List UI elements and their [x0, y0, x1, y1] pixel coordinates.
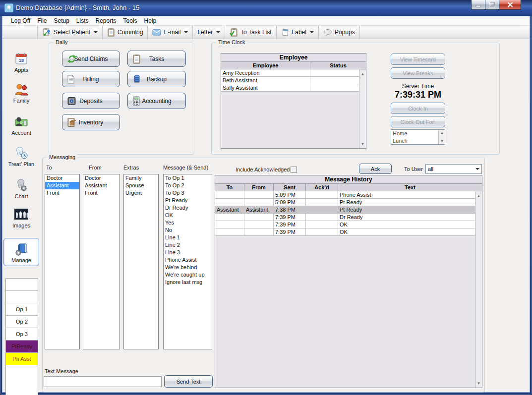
message-history-row[interactable]: 7:39 PM OK [215, 221, 475, 228]
maximize-button[interactable] [485, 0, 499, 10]
select-patient-button[interactable]: Select Patient [37, 26, 103, 39]
employee-row[interactable]: Amy Reception [221, 69, 359, 77]
column-header-from[interactable]: From [244, 184, 274, 191]
message-list-item[interactable]: Pt Ready [164, 197, 212, 204]
to-list-item[interactable]: Front [45, 189, 79, 197]
extras-list-item[interactable]: Spouse [124, 182, 158, 189]
column-header-employee[interactable]: Employee [221, 62, 310, 69]
scroll-up-icon[interactable]: ▲ [475, 193, 482, 199]
clock-out-options-scrollbar[interactable]: ▲ ▼ [438, 130, 445, 144]
include-acknowledged-checkbox[interactable] [291, 167, 297, 173]
message-history-row[interactable]: 5:09 PM Pt Ready [215, 199, 475, 206]
operatory-cell[interactable] [6, 291, 38, 303]
extras-list-item[interactable]: Urgent [124, 189, 158, 197]
message-list-item[interactable]: To Op 1 [164, 174, 212, 182]
from-list-item[interactable]: Front [83, 189, 119, 197]
send-text-button[interactable]: Send Text [164, 375, 213, 388]
message-list-item[interactable]: To Op 2 [164, 182, 212, 189]
extras-listbox[interactable]: FamilySpouseUrgent [123, 174, 159, 349]
to-list-item[interactable]: Assistant [45, 182, 79, 189]
column-header-sent[interactable]: Sent [274, 184, 306, 191]
menu-item[interactable]: Reports [92, 17, 120, 25]
employee-row[interactable]: Beth Assistant [221, 77, 359, 84]
message-list-item[interactable]: Ignore last msg [164, 279, 212, 286]
email-button[interactable]: E-mail [148, 26, 193, 39]
sidebar-item-manage[interactable]: Manage [3, 238, 39, 266]
operatory-cell[interactable] [6, 279, 38, 291]
operatory-cell[interactable]: Ph Asst [6, 353, 38, 365]
text-message-input[interactable] [44, 376, 162, 387]
column-header-to[interactable]: To [215, 184, 244, 191]
scroll-down-icon[interactable]: ▼ [475, 380, 482, 387]
menu-item[interactable]: Tools [120, 17, 141, 25]
message-history-row[interactable]: 7:39 PM Dr Ready [215, 214, 475, 221]
message-list-item[interactable]: Yes [164, 219, 212, 226]
sidebar-item-appts[interactable]: 18 Appts [4, 52, 39, 73]
extras-list-item[interactable]: Family [124, 174, 158, 182]
scroll-down-icon[interactable]: ▼ [439, 138, 445, 144]
operatory-cell[interactable]: Op 3 [6, 328, 38, 340]
menu-item[interactable]: Lists [73, 17, 92, 25]
employee-grid-scrollbar[interactable]: ▲ ▼ [359, 70, 366, 148]
from-list-item[interactable]: Doctor [83, 174, 119, 182]
sidebar-item-family[interactable]: Family [4, 83, 39, 104]
operatory-cell[interactable]: Op 2 [6, 316, 38, 328]
message-history-scrollbar[interactable]: ▲ ▼ [475, 192, 482, 388]
clock-out-option[interactable]: Lunch [391, 137, 445, 145]
to-user-dropdown[interactable]: all [425, 164, 482, 174]
message-listbox[interactable]: To Op 1To Op 2To Op 3Pt ReadyDr ReadyOKY… [163, 174, 212, 349]
view-timecard-button[interactable]: View Timecard [391, 54, 445, 65]
select-patient-dropdown-arrow[interactable] [94, 31, 98, 33]
sidebar-item-images[interactable]: Images [4, 208, 39, 228]
label-button[interactable]: Label [277, 26, 319, 39]
letter-dropdown-arrow[interactable] [216, 31, 220, 33]
message-list-item[interactable]: We're caught up [164, 271, 212, 279]
message-list-item[interactable]: Line 3 [164, 249, 212, 256]
ack-button[interactable]: Ack [359, 164, 392, 174]
clock-out-option[interactable]: Home [391, 130, 445, 137]
email-dropdown-arrow[interactable] [184, 31, 188, 33]
operatory-cell[interactable]: Op 1 [6, 303, 38, 316]
message-history-row[interactable]: 5:09 PM Phone Assist [215, 191, 475, 199]
operatory-cell[interactable]: PtReady [6, 340, 38, 353]
menu-item[interactable]: Setup [50, 17, 72, 25]
message-list-item[interactable]: We're behind [164, 264, 212, 271]
backup-button[interactable]: Backup [127, 71, 186, 87]
sidebar-item-chart[interactable]: Chart [4, 178, 39, 199]
column-header-ackd[interactable]: Ack'd [306, 184, 338, 191]
column-header-text[interactable]: Text [338, 184, 482, 191]
minimize-button[interactable] [471, 0, 485, 10]
close-button[interactable] [499, 0, 521, 10]
message-list-item[interactable]: Line 1 [164, 234, 212, 241]
sidebar-item-treatplan[interactable]: Treat' Plan [4, 146, 39, 167]
clock-in-button[interactable]: Clock In [391, 103, 445, 114]
message-list-item[interactable]: OK [164, 212, 212, 219]
message-history-row[interactable]: 7:39 PM OK [215, 228, 475, 236]
scroll-up-icon[interactable]: ▲ [439, 130, 445, 136]
employee-row[interactable]: Sally Assistant [221, 84, 359, 92]
message-history-row[interactable]: Assistant Assistant 7:38 PM Pt Ready [215, 206, 475, 214]
billing-button[interactable]: Billing [62, 71, 120, 87]
menu-item[interactable]: Help [141, 17, 160, 25]
deposits-button[interactable]: Deposits [62, 93, 120, 109]
letter-button[interactable]: Letter [193, 26, 225, 39]
popups-button[interactable]: Popups [319, 26, 360, 39]
send-claims-button[interactable]: Send Claims [62, 51, 120, 67]
clock-out-options-list[interactable]: HomeLunch ▲ ▼ [391, 129, 445, 145]
sidebar-item-account[interactable]: Account [4, 115, 39, 136]
scroll-down-icon[interactable]: ▼ [359, 141, 366, 147]
column-header-status[interactable]: Status [310, 62, 366, 69]
menu-item[interactable]: Log Off [7, 17, 34, 25]
view-breaks-button[interactable]: View Breaks [391, 67, 445, 79]
scroll-up-icon[interactable]: ▲ [359, 71, 366, 77]
menu-item[interactable]: File [34, 17, 50, 25]
titlebar[interactable]: Demo Database {Admin} - Smith, John - 15 [0, 0, 532, 16]
from-listbox[interactable]: DoctorAssistantFront [83, 174, 120, 349]
commlog-button[interactable]: Commlog [103, 26, 148, 39]
message-list-item[interactable]: To Op 3 [164, 189, 212, 197]
label-dropdown-arrow[interactable] [310, 31, 314, 33]
to-task-list-button[interactable]: To Task List [225, 26, 276, 39]
to-list-item[interactable]: Doctor [45, 174, 79, 182]
from-list-item[interactable]: Assistant [83, 182, 119, 189]
accounting-button[interactable]: Accounting [127, 93, 186, 109]
